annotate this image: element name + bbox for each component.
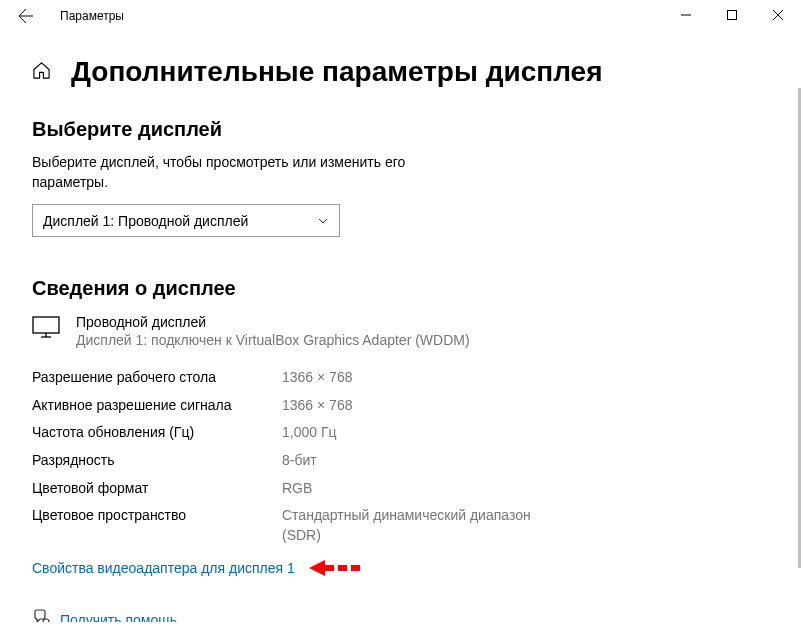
display-info-title: Сведения о дисплее xyxy=(32,277,769,300)
home-icon xyxy=(32,61,51,80)
arrow-left-icon xyxy=(18,8,34,24)
table-row: Цветовое пространство Стандартный динами… xyxy=(32,506,769,545)
select-display-description: Выберите дисплей, чтобы просмотреть или … xyxy=(32,153,452,192)
chevron-down-icon xyxy=(317,215,329,227)
display-name: Проводной дисплей xyxy=(76,314,470,330)
maximize-button[interactable] xyxy=(709,0,755,30)
help-row: Получить помощь xyxy=(32,609,769,622)
page-title: Дополнительные параметры дисплея xyxy=(71,56,602,88)
window-title: Параметры xyxy=(60,9,124,23)
svg-rect-4 xyxy=(33,317,59,333)
info-label: Активное разрешение сигнала xyxy=(32,396,282,416)
info-value: Стандартный динамический диапазон (SDR) xyxy=(282,506,532,545)
info-value: 1,000 Гц xyxy=(282,423,337,443)
table-row: Активное разрешение сигнала 1366 × 768 xyxy=(32,396,769,416)
get-help-link[interactable]: Получить помощь xyxy=(60,612,177,622)
info-value: RGB xyxy=(282,479,312,499)
maximize-icon xyxy=(727,10,737,20)
annotation-arrow xyxy=(309,559,369,577)
page-header: Дополнительные параметры дисплея xyxy=(32,56,769,88)
content-area: Дополнительные параметры дисплея Выберит… xyxy=(0,32,801,622)
table-row: Разрядность 8-бит xyxy=(32,451,769,471)
close-button[interactable] xyxy=(755,0,801,30)
svg-point-11 xyxy=(43,619,49,622)
display-selector-dropdown[interactable]: Дисплей 1: Проводной дисплей xyxy=(32,204,340,237)
info-label: Цветовой формат xyxy=(32,479,282,499)
dropdown-value: Дисплей 1: Проводной дисплей xyxy=(43,213,248,229)
svg-rect-10 xyxy=(351,565,360,571)
info-label: Цветовое пространство xyxy=(32,506,282,545)
svg-marker-7 xyxy=(309,560,325,576)
adapter-link-row: Свойства видеоадаптера для дисплея 1 xyxy=(32,559,769,577)
display-info-header: Проводной дисплей Дисплей 1: подключен к… xyxy=(32,314,769,348)
table-row: Частота обновления (Гц) 1,000 Гц xyxy=(32,423,769,443)
home-button[interactable] xyxy=(32,61,51,84)
window-controls xyxy=(663,0,801,30)
minimize-button[interactable] xyxy=(663,0,709,30)
minimize-icon xyxy=(681,10,691,20)
close-icon xyxy=(773,10,783,20)
info-label: Частота обновления (Гц) xyxy=(32,423,282,443)
titlebar: Параметры xyxy=(0,0,801,32)
info-value: 8-бит xyxy=(282,451,317,471)
info-value: 1366 × 768 xyxy=(282,368,352,388)
table-row: Цветовой формат RGB xyxy=(32,479,769,499)
svg-rect-9 xyxy=(338,565,347,571)
back-button[interactable] xyxy=(10,0,42,32)
adapter-properties-link[interactable]: Свойства видеоадаптера для дисплея 1 xyxy=(32,560,295,576)
display-info-table: Разрешение рабочего стола 1366 × 768 Акт… xyxy=(32,368,769,545)
select-display-title: Выберите дисплей xyxy=(32,118,769,141)
svg-rect-1 xyxy=(728,11,737,20)
info-label: Разрядность xyxy=(32,451,282,471)
svg-rect-8 xyxy=(325,565,334,571)
info-value: 1366 × 768 xyxy=(282,396,352,416)
help-icon xyxy=(32,609,50,622)
table-row: Разрешение рабочего стола 1366 × 768 xyxy=(32,368,769,388)
monitor-icon xyxy=(32,316,60,342)
display-connection: Дисплей 1: подключен к VirtualBox Graphi… xyxy=(76,332,470,348)
info-label: Разрешение рабочего стола xyxy=(32,368,282,388)
